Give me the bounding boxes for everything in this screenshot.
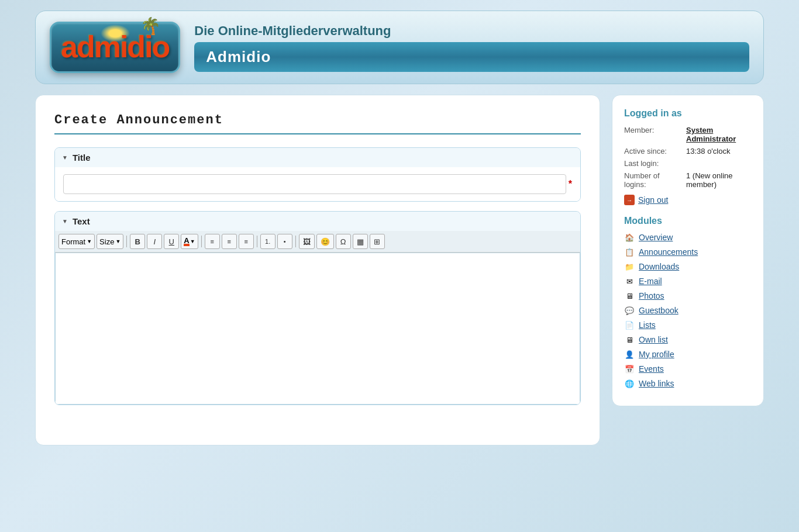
- unordered-list-icon: •: [284, 238, 286, 245]
- module-icon-email: ✉: [624, 276, 635, 286]
- signout-row: → Sign out: [624, 195, 752, 205]
- align-left-button[interactable]: ≡: [205, 234, 220, 249]
- toolbar-divider-3: [257, 236, 257, 247]
- signout-arrow-icon: →: [626, 197, 632, 203]
- more-button[interactable]: ⊞: [370, 234, 385, 249]
- text-section: ▼ Text Format ▼ Size ▼: [54, 211, 581, 405]
- module-icon-overview: 🏠: [624, 232, 635, 243]
- content-panel: Create Announcement ▼ Title * ▼ Text: [35, 95, 600, 445]
- module-link-myprofile[interactable]: My profile: [639, 350, 674, 359]
- more-icon: ⊞: [374, 237, 380, 246]
- align-left-icon: ≡: [210, 238, 213, 245]
- unordered-list-button[interactable]: •: [277, 234, 292, 249]
- bold-button[interactable]: B: [130, 234, 145, 249]
- format-label: Format: [61, 237, 85, 246]
- active-since-row: Active since: 13:38 o'clock: [624, 147, 752, 156]
- module-item-photos: 🖥 Photos: [624, 291, 752, 301]
- align-center-icon: ≡: [227, 238, 230, 245]
- module-item-guestbook: 💬 Guestbook: [624, 305, 752, 316]
- modules-list: 🏠 Overview 📋 Announcements 📁 Downloads ✉…: [624, 232, 752, 389]
- text-arrow-icon: ▼: [62, 218, 68, 224]
- module-item-announcements: 📋 Announcements: [624, 247, 752, 257]
- toolbar-divider-4: [295, 236, 296, 247]
- module-link-guestbook[interactable]: Guestbook: [639, 306, 679, 315]
- module-link-email[interactable]: E-mail: [639, 277, 662, 286]
- module-icon-guestbook: 💬: [624, 305, 635, 316]
- module-icon-announcements: 📋: [624, 247, 635, 257]
- logins-value: 1 (New online member): [686, 171, 752, 189]
- italic-button[interactable]: I: [147, 234, 162, 249]
- title-section-body: *: [55, 167, 580, 201]
- module-item-events: 📅 Events: [624, 364, 752, 374]
- title-section: ▼ Title *: [54, 147, 581, 202]
- text-section-header[interactable]: ▼ Text: [55, 212, 580, 231]
- size-label: Size: [99, 237, 114, 246]
- signout-icon: →: [624, 195, 635, 205]
- logins-label: Number of logins:: [624, 171, 683, 189]
- underline-button[interactable]: U: [164, 234, 179, 249]
- ordered-list-button[interactable]: 1.: [260, 234, 275, 249]
- module-item-ownlist: 🖥 Own list: [624, 334, 752, 345]
- module-item-overview: 🏠 Overview: [624, 232, 752, 243]
- emoji-icon: 😊: [321, 237, 330, 246]
- module-item-weblinks: 🌐 Web links: [624, 378, 752, 389]
- header-right: Die Online-Mitgliederverwaltung Admidio: [194, 23, 749, 72]
- module-icon-weblinks: 🌐: [624, 378, 635, 389]
- module-icon-ownlist: 🖥: [624, 334, 635, 345]
- color-a-icon: A: [184, 237, 189, 246]
- logins-row: Number of logins: 1 (New online member): [624, 171, 752, 189]
- last-login-label: Last login:: [624, 159, 683, 168]
- size-select[interactable]: Size ▼: [97, 234, 123, 249]
- title-input[interactable]: [63, 174, 566, 194]
- table-button[interactable]: ▦: [353, 234, 368, 249]
- module-icon-photos: 🖥: [624, 291, 635, 301]
- module-link-events[interactable]: Events: [639, 364, 664, 374]
- main-layout: Create Announcement ▼ Title * ▼ Text: [35, 95, 764, 445]
- text-section-body: Format ▼ Size ▼ B I U: [55, 231, 580, 405]
- module-icon-myprofile: 👤: [624, 349, 635, 360]
- align-center-button[interactable]: ≡: [222, 234, 237, 249]
- modules-title: Modules: [624, 216, 752, 226]
- header-subtitle: Die Online-Mitgliederverwaltung: [194, 23, 749, 39]
- special-char-icon: Ω: [340, 237, 346, 246]
- emoji-button[interactable]: 😊: [316, 234, 334, 249]
- editor-area[interactable]: [55, 253, 580, 405]
- module-link-announcements[interactable]: Announcements: [639, 247, 698, 257]
- module-item-email: ✉ E-mail: [624, 276, 752, 286]
- module-link-ownlist[interactable]: Own list: [639, 335, 668, 344]
- module-icon-lists: 📄: [624, 320, 635, 330]
- module-item-myprofile: 👤 My profile: [624, 349, 752, 360]
- module-link-weblinks[interactable]: Web links: [639, 379, 674, 388]
- member-value[interactable]: System Administrator: [686, 126, 752, 143]
- special-char-button[interactable]: Ω: [336, 234, 351, 249]
- size-arrow-icon: ▼: [115, 239, 120, 244]
- module-link-downloads[interactable]: Downloads: [639, 262, 679, 271]
- ordered-list-icon: 1.: [265, 238, 270, 245]
- toolbar-divider-1: [126, 236, 127, 247]
- active-since-label: Active since:: [624, 147, 683, 156]
- text-section-label: Text: [73, 216, 90, 226]
- member-label: Member:: [624, 126, 683, 143]
- align-right-button[interactable]: ≡: [239, 234, 254, 249]
- required-star: *: [569, 179, 572, 189]
- active-since-value: 13:38 o'clock: [686, 147, 730, 156]
- module-icon-downloads: 📁: [624, 261, 635, 272]
- module-item-downloads: 📁 Downloads: [624, 261, 752, 272]
- title-input-row: *: [63, 174, 572, 194]
- module-link-lists[interactable]: Lists: [639, 320, 656, 330]
- module-item-lists: 📄 Lists: [624, 320, 752, 330]
- last-login-row: Last login:: [624, 159, 752, 168]
- signout-button[interactable]: Sign out: [638, 195, 668, 205]
- module-link-photos[interactable]: Photos: [639, 291, 664, 300]
- module-link-overview[interactable]: Overview: [639, 233, 673, 242]
- logged-in-title: Logged in as: [624, 108, 752, 119]
- color-button[interactable]: A ▼: [181, 234, 198, 249]
- image-button[interactable]: 🖼: [299, 234, 315, 249]
- module-icon-events: 📅: [624, 364, 635, 374]
- page-title: Create Announcement: [54, 113, 581, 134]
- color-dropdown-icon: ▼: [190, 239, 195, 244]
- title-arrow-icon: ▼: [62, 154, 68, 161]
- format-select[interactable]: Format ▼: [58, 234, 95, 249]
- title-section-header[interactable]: ▼ Title: [55, 148, 580, 167]
- member-row: Member: System Administrator: [624, 126, 752, 143]
